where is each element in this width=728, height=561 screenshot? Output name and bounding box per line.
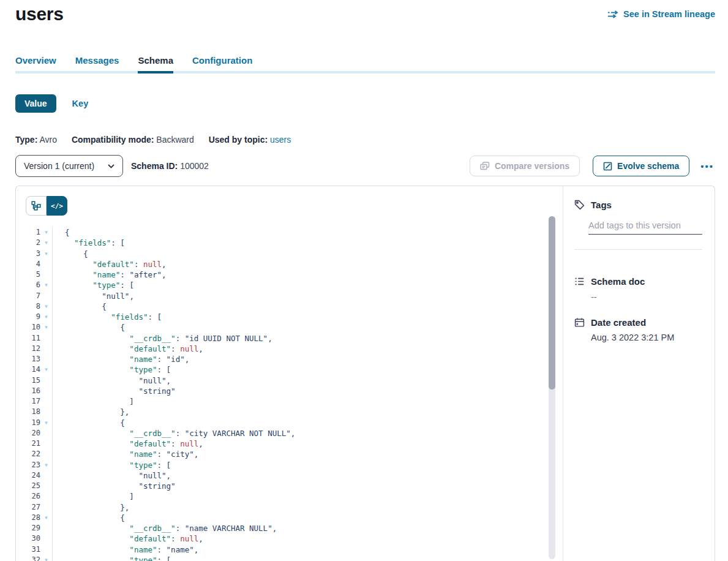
code-line: 30 "default": null,: [16, 533, 563, 544]
fold-toggle-icon[interactable]: ▼: [40, 322, 52, 333]
fold-toggle-icon[interactable]: ▼: [40, 238, 52, 248]
schema-editor: </> 1▼{2▼ "fields": [3▼ {4 "default": nu…: [16, 186, 563, 561]
fold-toggle-icon[interactable]: ▼: [40, 460, 52, 470]
line-number: 18: [16, 407, 40, 417]
fold-toggle-icon[interactable]: ▼: [40, 513, 52, 523]
value-tab-button[interactable]: Value: [15, 94, 56, 113]
schema-card: </> 1▼{2▼ "fields": [3▼ {4 "default": nu…: [15, 186, 715, 561]
line-number: 25: [16, 481, 40, 491]
schema-doc-title: Schema doc: [591, 276, 645, 287]
edit-schema-icon: [603, 162, 612, 171]
line-number: 27: [16, 502, 40, 513]
line-number: 23: [16, 460, 40, 470]
fold-spacer: [40, 259, 52, 269]
code-line: 20 "__crdb__": "city VARCHAR NOT NULL",: [16, 428, 563, 439]
evolve-schema-button[interactable]: Evolve schema: [593, 156, 689, 176]
fold-toggle-icon[interactable]: ▼: [40, 301, 52, 312]
line-number: 12: [16, 344, 40, 354]
fold-toggle-icon[interactable]: ▼: [40, 312, 52, 322]
code-line: 7 "null",: [16, 291, 563, 301]
fold-spacer: [40, 333, 52, 344]
code-line: 27 },: [16, 502, 563, 513]
chevron-down-icon: [108, 164, 114, 168]
tree-view-button[interactable]: [26, 196, 47, 216]
code-line: 1▼{: [16, 227, 563, 238]
fold-toggle-icon[interactable]: ▼: [40, 280, 52, 290]
code-line: 9▼ "fields": [: [16, 312, 563, 322]
line-number: 1: [16, 227, 40, 238]
fold-toggle-icon[interactable]: ▼: [40, 418, 52, 428]
version-select[interactable]: Version 1 (current): [15, 155, 123, 177]
editor-scrollbar-thumb[interactable]: [549, 216, 555, 390]
add-tags-input[interactable]: [588, 219, 702, 235]
code-line: 31 "name": "name",: [16, 544, 563, 555]
tab-bar: Overview Messages Schema Configuration: [15, 55, 715, 73]
sidebar-divider: [574, 249, 702, 250]
line-number: 31: [16, 544, 40, 555]
code-line: 6▼ "type": [: [16, 280, 563, 290]
fold-spacer: [40, 407, 52, 417]
compare-versions-button[interactable]: Compare versions: [470, 156, 580, 176]
calendar-icon: [574, 317, 585, 328]
fold-spacer: [40, 269, 52, 280]
code-line: 29 "__crdb__": "name VARCHAR NULL",: [16, 523, 563, 533]
date-created-value: Aug. 3 2022 3:21 PM: [591, 333, 702, 342]
fold-toggle-icon[interactable]: ▼: [40, 555, 52, 561]
see-in-stream-lineage-link[interactable]: See in Stream lineage: [607, 9, 715, 19]
fold-spacer: [40, 291, 52, 301]
fold-spacer: [40, 502, 52, 513]
code-view-button[interactable]: </>: [47, 196, 67, 216]
fold-toggle-icon[interactable]: ▼: [40, 249, 52, 259]
tag-icon: [574, 200, 585, 210]
schema-doc-value: --: [591, 292, 702, 302]
line-number: 13: [16, 354, 40, 364]
fold-spacer: [40, 481, 52, 491]
line-number: 30: [16, 533, 40, 544]
topic-link[interactable]: users: [270, 135, 291, 145]
key-tab-button[interactable]: Key: [72, 99, 89, 108]
more-actions-button[interactable]: •••: [699, 159, 715, 174]
fold-toggle-icon[interactable]: ▼: [40, 227, 52, 238]
tab-overview[interactable]: Overview: [15, 55, 56, 73]
line-number: 15: [16, 375, 40, 386]
editor-scrollbar-track[interactable]: [549, 216, 555, 559]
type-label: Type:: [15, 135, 37, 145]
line-number: 7: [16, 291, 40, 301]
code-line: 2▼ "fields": [: [16, 238, 563, 248]
schema-id: Schema ID: 100002: [131, 161, 209, 171]
line-number: 29: [16, 523, 40, 533]
tab-configuration[interactable]: Configuration: [192, 55, 252, 73]
line-number: 17: [16, 396, 40, 407]
compare-versions-icon: [480, 162, 490, 170]
code-line: 13 "name": "id",: [16, 354, 563, 364]
code-line: 25 "string": [16, 481, 563, 491]
fold-toggle-icon[interactable]: ▼: [40, 364, 52, 375]
line-number: 20: [16, 428, 40, 439]
code-line: 23▼ "type": [: [16, 460, 563, 470]
tab-schema[interactable]: Schema: [138, 55, 173, 73]
line-number: 2: [16, 238, 40, 248]
fold-spacer: [40, 439, 52, 449]
code-view-icon: </>: [51, 202, 63, 210]
code-line: 10▼ {: [16, 322, 563, 333]
line-number: 24: [16, 470, 40, 481]
code-line: 24 "null",: [16, 470, 563, 481]
fold-spacer: [40, 354, 52, 364]
version-bar: Version 1 (current) Schema ID: 100002 Co…: [15, 155, 715, 177]
code-editor[interactable]: 1▼{2▼ "fields": [3▼ {4 "default": null,5…: [16, 227, 563, 561]
code-line: 17 ]: [16, 396, 563, 407]
compatibility-label: Compatibility mode:: [72, 135, 154, 145]
schema-part-toggle: Value Key: [15, 94, 88, 113]
fold-spacer: [40, 375, 52, 386]
code-line: 12 "default": null,: [16, 344, 563, 354]
used-by-topic-label: Used by topic:: [209, 135, 268, 145]
type-value: Avro: [39, 135, 57, 145]
code-line: 4 "default": null,: [16, 259, 563, 269]
stream-lineage-icon: [607, 10, 619, 18]
tab-messages[interactable]: Messages: [75, 55, 119, 73]
fold-spacer: [40, 396, 52, 407]
line-number: 10: [16, 322, 40, 333]
code-line: 21 "default": null,: [16, 439, 563, 449]
fold-spacer: [40, 533, 52, 544]
fold-spacer: [40, 544, 52, 555]
